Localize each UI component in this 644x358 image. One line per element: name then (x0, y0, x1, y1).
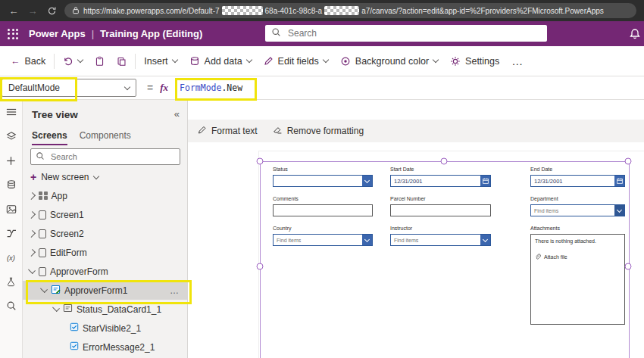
department-combobox[interactable]: Find items (530, 204, 625, 216)
field-label[interactable]: Start Date (390, 167, 491, 173)
parcel-number-input[interactable] (390, 204, 491, 216)
data-icon[interactable] (0, 173, 23, 197)
search-icon[interactable] (0, 294, 23, 318)
tree-item-approverform1[interactable]: ApproverForm1 … (23, 281, 187, 300)
copy-button[interactable] (111, 51, 133, 72)
background-color-button[interactable]: Background color (334, 51, 444, 72)
selection-handle[interactable] (625, 263, 632, 270)
field-label[interactable]: Instructor (390, 226, 491, 232)
selection-handle[interactable] (257, 263, 264, 270)
tree-item-status-datacard[interactable]: Status_DataCard1_1 (23, 300, 187, 319)
field-end-date: End Date 12/31/2001 (530, 167, 625, 187)
tree-item-errormessage[interactable]: ErrorMessage2_1 (23, 338, 187, 356)
app-icon (39, 191, 48, 201)
status-combobox[interactable] (273, 175, 373, 187)
media-icon[interactable] (0, 197, 23, 221)
field-label[interactable]: Comments (273, 196, 373, 202)
chevron-right-icon[interactable] (28, 230, 36, 238)
back-button[interactable]: ← Back (5, 51, 52, 72)
menu-icon[interactable] (0, 100, 23, 124)
formula-member: .New (221, 82, 242, 93)
redacted-segment (324, 6, 359, 15)
tree-item-label: Screen2 (50, 229, 84, 239)
undo-button[interactable] (57, 51, 89, 72)
property-dropdown[interactable]: DefaultMode (2, 79, 136, 97)
variables-icon[interactable]: (x) (0, 245, 23, 269)
paste-button[interactable] (89, 51, 111, 72)
attachments-control[interactable]: There is nothing attached. Attach file (530, 234, 625, 325)
selection-handle[interactable] (441, 158, 448, 165)
app-header: Power Apps | Training App (Editing) (0, 21, 644, 46)
field-label[interactable]: Attachments (530, 226, 625, 232)
gear-icon (450, 56, 461, 67)
chevron-right-icon[interactable] (28, 211, 36, 219)
attach-file-button[interactable]: Attach file (535, 253, 621, 260)
tree-search-input[interactable] (49, 151, 175, 162)
tree-item-screen1[interactable]: Screen1 (23, 205, 187, 224)
chevron-down-icon[interactable] (40, 285, 48, 293)
format-text-button[interactable]: Format text (197, 125, 258, 137)
collapse-panel-icon[interactable]: « (174, 108, 180, 120)
waffle-menu-icon[interactable] (8, 29, 18, 39)
calendar-icon[interactable] (614, 176, 624, 186)
chevron-down-icon[interactable] (28, 266, 36, 274)
tree-item-label: ApproverForm (50, 266, 108, 277)
tree-item-screen2[interactable]: Screen2 (23, 224, 187, 243)
remove-formatting-button[interactable]: Remove formatting (273, 125, 364, 137)
edit-fields-button[interactable]: Edit fields (258, 51, 334, 72)
chevron-down-icon[interactable] (362, 235, 372, 245)
color-palette-icon (340, 56, 351, 67)
global-search[interactable] (265, 25, 547, 42)
tree-item-app[interactable]: App (23, 186, 187, 205)
selection-handle[interactable] (257, 158, 264, 165)
calendar-icon[interactable] (480, 176, 490, 186)
insert-icon[interactable] (0, 148, 23, 173)
chevron-down-icon[interactable] (52, 304, 60, 312)
instructor-combobox[interactable]: Find items (390, 234, 491, 246)
more-commands-button[interactable]: … (505, 54, 530, 67)
address-bar[interactable]: https://make.powerapps.com/e/Default-768… (64, 3, 636, 18)
new-screen-button[interactable]: + New screen (30, 172, 98, 182)
field-label[interactable]: End Date (530, 167, 625, 173)
tree-item-approverform[interactable]: ApproverForm (23, 262, 187, 281)
browser-forward-icon[interactable]: → (27, 5, 39, 17)
tree-search[interactable] (30, 148, 180, 165)
notifications-bell-icon[interactable] (629, 28, 641, 40)
chevron-down-icon[interactable] (614, 205, 624, 216)
advanced-tools-icon[interactable] (0, 269, 23, 294)
end-date-picker[interactable]: 12/31/2001 (530, 175, 625, 187)
tab-components[interactable]: Components (80, 130, 131, 145)
browser-back-icon[interactable]: ← (8, 5, 20, 17)
add-data-button[interactable]: Add data (183, 51, 258, 72)
tree-item-editform[interactable]: EditForm (23, 243, 187, 262)
chevron-down-icon[interactable] (362, 176, 372, 186)
settings-button[interactable]: Settings (444, 51, 505, 72)
field-label[interactable]: Status (273, 167, 373, 173)
search-input[interactable] (286, 27, 541, 39)
formula-entity: FormMode (180, 82, 221, 93)
field-label[interactable]: Country (273, 226, 373, 232)
browser-refresh-icon[interactable] (45, 5, 58, 17)
item-more-icon[interactable]: … (170, 285, 180, 296)
chevron-down-icon[interactable] (480, 235, 490, 245)
redacted-segment (222, 6, 263, 15)
chevron-right-icon[interactable] (28, 192, 36, 200)
comments-input[interactable] (273, 204, 373, 216)
command-bar: ← Back Insert Ad (0, 46, 644, 76)
tree-view-icon[interactable] (0, 124, 23, 148)
field-label[interactable]: Department (530, 196, 625, 202)
chevron-down-icon (77, 57, 83, 63)
tree-view-title: Tree view (32, 109, 78, 120)
selection-handle[interactable] (625, 158, 632, 165)
field-label[interactable]: Parcel Number (390, 196, 491, 202)
formula-input[interactable]: FormMode.New (180, 82, 242, 93)
fx-icon: fx (160, 82, 168, 94)
tab-screens[interactable]: Screens (32, 130, 67, 145)
tree-item-starvisible[interactable]: StarVisible2_1 (23, 319, 187, 338)
power-automate-icon[interactable] (0, 221, 23, 245)
country-combobox[interactable]: Find items (273, 234, 373, 246)
chevron-right-icon[interactable] (28, 249, 36, 257)
canvas-area: Format text Remove formatting Status (188, 100, 644, 358)
insert-menu-button[interactable]: Insert (138, 51, 183, 72)
start-date-picker[interactable]: 12/31/2001 (390, 175, 491, 187)
